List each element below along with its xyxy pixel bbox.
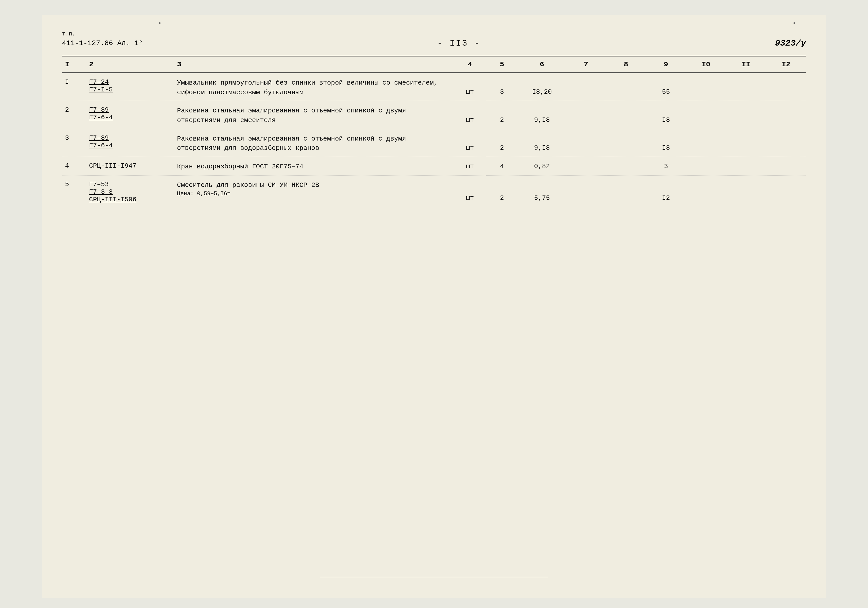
row-5-col8 (606, 175, 646, 207)
row-1-code-2: Г7-I-5 (89, 86, 171, 93)
row-1-col12 (766, 73, 806, 101)
row-2-col9: I8 (646, 101, 686, 129)
row-1-qty: 3 (486, 73, 518, 101)
row-5-unit: шт (454, 175, 486, 207)
row-1-col11 (726, 73, 766, 101)
bottom-line (320, 577, 548, 577)
row-1-col10 (686, 73, 726, 101)
col-header-1: I (62, 56, 86, 73)
table-row: 4 СРЦ-III-I947 Кран водоразборный ГОСТ 2… (62, 157, 806, 176)
table-header-row: I 2 3 4 5 6 7 8 9 I0 II I2 (62, 56, 806, 73)
col-header-5: 5 (486, 56, 518, 73)
header: т.п. 411-1-127.86 Ал. 1° - II3 - 9323/у (62, 30, 806, 48)
header-right: 9323/у (775, 39, 806, 48)
col-header-12: I2 (766, 56, 806, 73)
col-header-6: 6 (518, 56, 566, 73)
row-5-code-2: Г7-3-3 (89, 188, 171, 196)
row-3-price: 9,I8 (518, 129, 566, 157)
table-wrapper: I 2 3 4 5 6 7 8 9 I0 II I2 I (62, 56, 806, 207)
row-4-code: СРЦ-III-I947 (86, 157, 174, 176)
row-1-code-1: Г7–24 (89, 78, 171, 86)
row-1-col9: 55 (646, 73, 686, 101)
row-1-desc: Умывальник прямоугольный без спинки втор… (174, 73, 454, 101)
row-2-num: 2 (62, 101, 86, 129)
row-2-col10 (686, 101, 726, 129)
row-5-col7 (566, 175, 606, 207)
row-3-col10 (686, 129, 726, 157)
row-3-col7 (566, 129, 606, 157)
row-3-code-2: Г7-6-4 (89, 142, 171, 149)
col-header-11: II (726, 56, 766, 73)
row-5-col12 (766, 175, 806, 207)
row-1-col8 (606, 73, 646, 101)
row-2-col12 (766, 101, 806, 129)
dots-top-right: • (793, 20, 796, 26)
col-header-2: 2 (86, 56, 174, 73)
row-2-code-1: Г7–89 (89, 106, 171, 114)
row-2-price: 9,I8 (518, 101, 566, 129)
row-2-col11 (726, 101, 766, 129)
row-1-price: I8,20 (518, 73, 566, 101)
col-header-7: 7 (566, 56, 606, 73)
row-3-code-1: Г7–89 (89, 134, 171, 142)
doc-number: 411-1-127.86 Ал. 1° (62, 38, 143, 48)
table-row: 2 Г7–89 Г7-6-4 Раковина стальная эмалиро… (62, 101, 806, 129)
row-3-col9: I8 (646, 129, 686, 157)
row-4-unit: шт (454, 157, 486, 176)
row-2-qty: 2 (486, 101, 518, 129)
row-4-col12 (766, 157, 806, 176)
row-5-code-3: СРЦ-III-I506 (89, 196, 171, 203)
row-5-code: Г7–53 Г7-3-3 СРЦ-III-I506 (86, 175, 174, 207)
row-3-unit: шт (454, 129, 486, 157)
row-2-col8 (606, 101, 646, 129)
row-5-col11 (726, 175, 766, 207)
header-center: - II3 - (437, 39, 480, 48)
row-3-col12 (766, 129, 806, 157)
row-2-code-2: Г7-6-4 (89, 114, 171, 121)
row-3-qty: 2 (486, 129, 518, 157)
header-left: т.п. 411-1-127.86 Ал. 1° (62, 30, 143, 48)
row-5-col10 (686, 175, 726, 207)
row-3-desc: Раковина стальная эмалированная с отъемн… (174, 129, 454, 157)
row-5-desc: Смеситель для раковины СМ-УМ-НКСР-2В Цен… (174, 175, 454, 207)
col-header-10: I0 (686, 56, 726, 73)
row-5-num: 5 (62, 175, 86, 207)
table-row: 3 Г7–89 Г7-6-4 Раковина стальная эмалиро… (62, 129, 806, 157)
row-2-desc: Раковина стальная эмалированная с отъемн… (174, 101, 454, 129)
row-3-col8 (606, 129, 646, 157)
row-4-col9: 3 (646, 157, 686, 176)
table-row: 5 Г7–53 Г7-3-3 СРЦ-III-I506 Смеситель дл… (62, 175, 806, 207)
row-5-desc-main: Смеситель для раковины СМ-УМ-НКСР-2В (177, 180, 451, 190)
row-5-code-1: Г7–53 (89, 180, 171, 188)
row-2-code: Г7–89 Г7-6-4 (86, 101, 174, 129)
row-4-desc: Кран водоразборный ГОСТ 20Г75–74 (174, 157, 454, 176)
main-table: I 2 3 4 5 6 7 8 9 I0 II I2 I (62, 56, 806, 207)
row-2-col7 (566, 101, 606, 129)
row-4-num: 4 (62, 157, 86, 176)
row-4-col8 (606, 157, 646, 176)
row-4-code-1: СРЦ-III-I947 (89, 162, 136, 169)
row-2-unit: шт (454, 101, 486, 129)
row-4-col11 (726, 157, 766, 176)
row-1-unit: шт (454, 73, 486, 101)
col-header-9: 9 (646, 56, 686, 73)
row-1-num: I (62, 73, 86, 101)
row-5-qty: 2 (486, 175, 518, 207)
tn-label: т.п. (62, 30, 143, 38)
row-5-col9: I2 (646, 175, 686, 207)
dots-top-center: • (158, 20, 161, 26)
col-header-4: 4 (454, 56, 486, 73)
row-3-col11 (726, 129, 766, 157)
row-5-price: 5,75 (518, 175, 566, 207)
row-4-price: 0,82 (518, 157, 566, 176)
row-4-qty: 4 (486, 157, 518, 176)
page: т.п. 411-1-127.86 Ал. 1° - II3 - 9323/у … (42, 15, 826, 598)
row-5-desc-price: Цена: 0,59+5,I6= (177, 190, 451, 198)
row-3-num: 3 (62, 129, 86, 157)
row-1-code: Г7–24 Г7-I-5 (86, 73, 174, 101)
row-1-col7 (566, 73, 606, 101)
row-3-code: Г7–89 Г7-6-4 (86, 129, 174, 157)
row-4-col10 (686, 157, 726, 176)
table-row: I Г7–24 Г7-I-5 Умывальник прямоугольный … (62, 73, 806, 101)
row-4-col7 (566, 157, 606, 176)
